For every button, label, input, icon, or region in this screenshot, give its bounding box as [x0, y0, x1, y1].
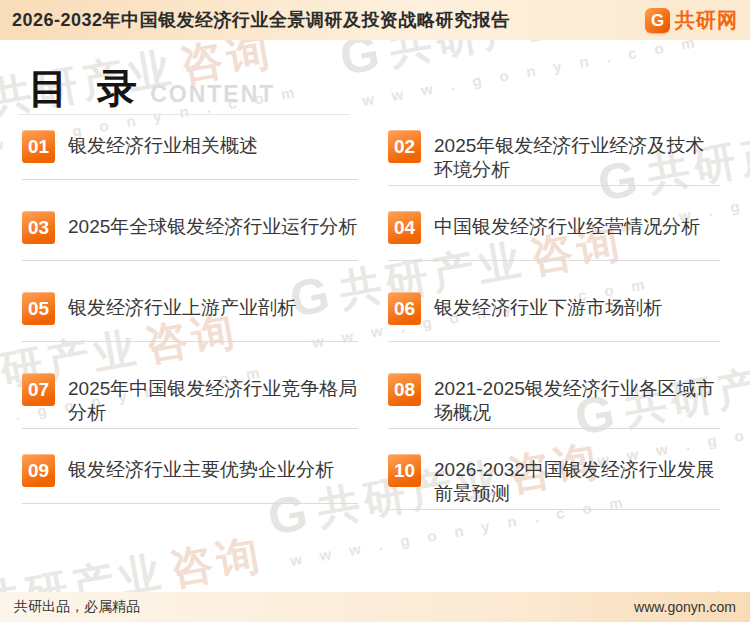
toc-item[interactable]: 08 2021-2025银发经济行业各区域市场概况: [388, 373, 720, 454]
toc-item[interactable]: 04 中国银发经济行业经营情况分析: [388, 211, 720, 292]
item-divider: [388, 185, 720, 186]
toc-item-row: 04 中国银发经济行业经营情况分析: [388, 211, 720, 257]
logo-brand-name: 共研网: [675, 7, 738, 34]
toc-item-row: 10 2026-2032中国银发经济行业发展前景预测: [388, 454, 720, 506]
chapter-number-badge: 06: [388, 292, 421, 325]
toc-item[interactable]: 05 银发经济行业上游产业剖析: [22, 292, 358, 373]
chapter-title: 2021-2025银发经济行业各区域市场概况: [434, 373, 720, 425]
toc-grid: 01 银发经济行业相关概述 02 2025年银发经济行业经济及技术环境分析 03…: [0, 130, 750, 535]
chapter-number-badge: 04: [388, 211, 421, 244]
item-divider: [22, 428, 358, 429]
chapter-title: 银发经济行业上游产业剖析: [68, 292, 296, 320]
toc-main: G共研产业咨询w w w . g o n y n . c o mG共研产业咨询w…: [0, 40, 750, 592]
heading-divider: [18, 114, 350, 115]
toc-heading-en: CONTENT: [150, 81, 275, 108]
item-divider: [22, 503, 358, 504]
chapter-number-badge: 08: [388, 373, 421, 406]
logo-g-icon: G: [645, 8, 670, 33]
chapter-number-badge: 03: [22, 211, 55, 244]
item-divider: [22, 341, 358, 342]
chapter-number-badge: 02: [388, 130, 421, 163]
toc-item[interactable]: 07 2025年中国银发经济行业竞争格局分析: [22, 373, 358, 454]
chapter-title: 银发经济行业下游市场剖析: [434, 292, 662, 320]
chapter-number-badge: 07: [22, 373, 55, 406]
chapter-title: 2025年银发经济行业经济及技术环境分析: [434, 130, 720, 182]
toc-content: 目 录 CONTENT 01 银发经济行业相关概述 02 2025年银发经济行业…: [0, 40, 750, 535]
header-bar: 2026-2032年中国银发经济行业全景调研及投资战略研究报告 G 共研网: [0, 0, 750, 40]
chapter-title: 2026-2032中国银发经济行业发展前景预测: [434, 454, 720, 506]
chapter-title: 中国银发经济行业经营情况分析: [434, 211, 700, 239]
toc-heading-zh: 目 录: [28, 66, 146, 110]
toc-item[interactable]: 03 2025年全球银发经济行业运行分析: [22, 211, 358, 292]
toc-item[interactable]: 01 银发经济行业相关概述: [22, 130, 358, 211]
toc-item-row: 05 银发经济行业上游产业剖析: [22, 292, 358, 338]
footer-bar: 共研出品，必属精品 www.gonyn.com: [0, 592, 750, 622]
item-divider: [388, 341, 720, 342]
toc-item-row: 06 银发经济行业下游市场剖析: [388, 292, 720, 338]
chapter-title: 2025年中国银发经济行业竞争格局分析: [68, 373, 358, 425]
toc-item-row: 08 2021-2025银发经济行业各区域市场概况: [388, 373, 720, 425]
chapter-number-badge: 01: [22, 130, 55, 163]
chapter-title: 2025年全球银发经济行业运行分析: [68, 211, 357, 239]
item-divider: [388, 428, 720, 429]
item-divider: [22, 260, 358, 261]
toc-item[interactable]: 06 银发经济行业下游市场剖析: [388, 292, 720, 373]
brand-logo[interactable]: G 共研网: [645, 7, 738, 34]
item-divider: [22, 179, 358, 180]
footer-slogan: 共研出品，必属精品: [14, 598, 140, 616]
toc-heading: 目 录 CONTENT: [0, 40, 750, 110]
chapter-title: 银发经济行业主要优势企业分析: [68, 454, 334, 482]
item-divider: [388, 260, 720, 261]
report-toc-page: 2026-2032年中国银发经济行业全景调研及投资战略研究报告 G 共研网 G共…: [0, 0, 750, 622]
chapter-number-badge: 05: [22, 292, 55, 325]
toc-item-row: 02 2025年银发经济行业经济及技术环境分析: [388, 130, 720, 182]
toc-item[interactable]: 10 2026-2032中国银发经济行业发展前景预测: [388, 454, 720, 535]
chapter-title: 银发经济行业相关概述: [68, 130, 258, 158]
chapter-number-badge: 10: [388, 454, 421, 487]
chapter-number-badge: 09: [22, 454, 55, 487]
report-title: 2026-2032年中国银发经济行业全景调研及投资战略研究报告: [12, 8, 510, 32]
toc-item-row: 07 2025年中国银发经济行业竞争格局分析: [22, 373, 358, 425]
footer-website[interactable]: www.gonyn.com: [634, 599, 736, 615]
watermark-tile: G共研产业咨询w w w . g o n y n . c o m: [556, 550, 750, 592]
toc-item[interactable]: 02 2025年银发经济行业经济及技术环境分析: [388, 130, 720, 211]
toc-item-row: 01 银发经济行业相关概述: [22, 130, 358, 176]
toc-item-row: 09 银发经济行业主要优势企业分析: [22, 454, 358, 500]
item-divider: [388, 509, 720, 510]
toc-item[interactable]: 09 银发经济行业主要优势企业分析: [22, 454, 358, 535]
toc-item-row: 03 2025年全球银发经济行业运行分析: [22, 211, 358, 257]
